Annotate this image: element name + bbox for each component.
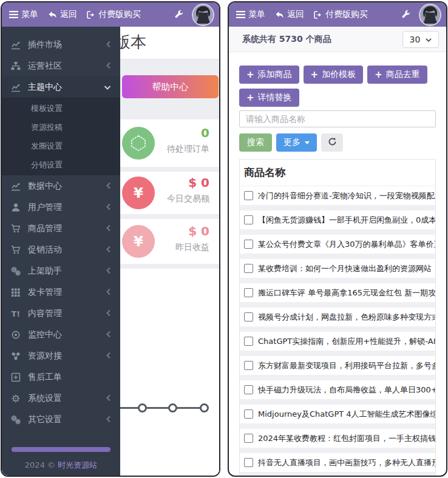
action-button-2[interactable]: +商品去重 bbox=[367, 66, 427, 84]
yen-icon: ¥ bbox=[122, 225, 155, 258]
product-title: 某公众号付费文章《月入30万的暴利单品》客单价三四千 bbox=[258, 239, 435, 250]
menu-button[interactable]: 菜单 bbox=[9, 9, 38, 20]
product-row[interactable]: 搬运口碑车评 单号最高拿165元现金红包 新一期攻略多号 bbox=[240, 283, 435, 302]
stat-label: 今日交易额 bbox=[167, 194, 209, 204]
product-title: 快手磁力升级玩法，自布局撸收益，单人单日300+，个人 bbox=[258, 385, 435, 396]
product-row[interactable]: 某公众号付费文章《月入30万的暴利单品》客单价三四千 bbox=[240, 235, 435, 254]
reply-arrow-icon bbox=[48, 11, 57, 19]
sidebar-subitem-0[interactable]: 模板设置 bbox=[2, 99, 120, 118]
sidebar-item-label: 资源对接 bbox=[26, 351, 106, 362]
paid-version-button[interactable]: 付费版购买 bbox=[314, 9, 368, 20]
row-separator bbox=[240, 472, 435, 477]
data-point-marker[interactable] bbox=[168, 403, 177, 412]
stat-value: 0 bbox=[201, 126, 209, 140]
sidebar-item-2[interactable]: 主题中心 bbox=[2, 76, 120, 98]
sidebar-item-12[interactable]: 售后工单 bbox=[2, 366, 120, 388]
stat-value: $ 0 bbox=[188, 175, 209, 190]
sidebar-item-0[interactable]: 插件市场 bbox=[2, 34, 120, 55]
sidebar-item-3[interactable]: 数据中心 bbox=[2, 175, 120, 197]
table-column-header: 商品名称 bbox=[240, 160, 435, 186]
row-separator bbox=[240, 205, 435, 210]
right-phone-panel: 菜单 返回 付费版购买 系统共有 5730 个商品 30 +添加商品+加价模板+… bbox=[228, 1, 447, 477]
sidebar-item-7[interactable]: 上架助手 bbox=[2, 260, 120, 281]
plus-icon: + bbox=[311, 69, 319, 80]
sidebar-subitem-2[interactable]: 发圈设置 bbox=[2, 136, 120, 155]
sidebar-item-6[interactable]: 促销活动 bbox=[2, 239, 120, 260]
data-point-marker[interactable] bbox=[138, 403, 147, 412]
row-checkbox[interactable] bbox=[244, 240, 253, 249]
product-title: 搬运口碑车评 单号最高拿165元现金红包 新一期攻略多号 bbox=[258, 288, 435, 298]
back-button[interactable]: 返回 bbox=[275, 9, 304, 20]
refresh-button[interactable] bbox=[321, 133, 343, 152]
stat-label: 待处理订单 bbox=[167, 144, 209, 155]
sidebar-item-13[interactable]: 系统设置 bbox=[2, 388, 120, 409]
product-row[interactable]: 2024年某收费教程：红包封面项目，一手主权搞钱模式！ bbox=[240, 429, 435, 448]
row-checkbox[interactable] bbox=[244, 312, 253, 321]
menu-button[interactable]: 菜单 bbox=[236, 9, 265, 20]
product-row[interactable]: Midjourney及ChatGPT 4人工智能生成艺术图像综合指南 bbox=[240, 405, 435, 423]
user-avatar[interactable] bbox=[419, 4, 441, 26]
product-row[interactable]: 视频号分成计划，网盘拉新，色粉原味多种变现方式，两 bbox=[240, 308, 435, 326]
wrench-icon[interactable] bbox=[174, 10, 184, 19]
chevron-left-icon bbox=[106, 351, 111, 361]
action-button-1[interactable]: +加价模板 bbox=[304, 66, 364, 84]
product-row[interactable]: 快手磁力升级玩法，自布局撸收益，单人单日300+，个人 bbox=[240, 380, 435, 399]
more-dropdown-button[interactable]: 更多 bbox=[276, 133, 317, 152]
sidebar-item-1[interactable]: 运营社区 bbox=[2, 55, 120, 76]
search-input[interactable] bbox=[239, 110, 436, 127]
sidebar-item-label: 内容管理 bbox=[26, 308, 106, 319]
sidebar: 插件市场运营社区主题中心模板设置资源投稿发圈设置分销设置数据中心用户管理商品管理… bbox=[2, 27, 120, 476]
sitemap-icon bbox=[11, 61, 26, 71]
search-button[interactable]: 搜索 bbox=[239, 133, 272, 152]
sidebar-item-9[interactable]: T!内容管理 bbox=[2, 303, 120, 324]
page-size-select[interactable]: 30 bbox=[402, 31, 439, 48]
product-row[interactable]: 抖音无人直播项目，画中画新技巧，多种无人直播形式， bbox=[240, 453, 435, 472]
product-row[interactable]: ChatGPT实操指南，创新应用+性能提升，解锁-AI魔力， bbox=[240, 332, 435, 351]
cart-icon bbox=[11, 224, 26, 234]
row-checkbox[interactable] bbox=[244, 191, 253, 200]
sidebar-item-label: 其它设置 bbox=[26, 414, 106, 425]
back-button[interactable]: 返回 bbox=[48, 9, 77, 20]
row-separator bbox=[240, 229, 435, 235]
sidebar-item-8[interactable]: 发卡管理 bbox=[2, 281, 120, 303]
product-row[interactable]: 某收费培训：如何一个月快速做出盈利的资源网站（实打 bbox=[240, 259, 435, 278]
paid-version-button[interactable]: 付费版购买 bbox=[87, 9, 141, 20]
stat-value: $ 0 bbox=[188, 224, 209, 238]
row-checkbox[interactable] bbox=[244, 215, 253, 224]
wrench-icon[interactable] bbox=[401, 10, 411, 19]
chevron-left-icon bbox=[106, 288, 111, 297]
row-checkbox[interactable] bbox=[244, 361, 253, 370]
user-avatar[interactable] bbox=[192, 4, 214, 26]
row-checkbox[interactable] bbox=[244, 337, 253, 346]
sidebar-item-10[interactable]: 监控中心 bbox=[2, 324, 120, 345]
row-checkbox[interactable] bbox=[244, 288, 253, 297]
sidebar-item-label: 插件市场 bbox=[26, 39, 106, 50]
sidebar-subitem-3[interactable]: 分销设置 bbox=[2, 155, 120, 174]
logout-icon bbox=[87, 11, 95, 19]
sidebar-item-14[interactable]: 其它设置 bbox=[2, 409, 120, 430]
sidebar-item-4[interactable]: 用户管理 bbox=[2, 197, 120, 218]
product-title: 东方财富最新变现项目，利用接码平台拉新，多号多撸， bbox=[258, 360, 435, 371]
sidebar-item-5[interactable]: 商品管理 bbox=[2, 218, 120, 239]
help-center-button[interactable]: 帮助中心 bbox=[122, 75, 219, 98]
row-checkbox[interactable] bbox=[244, 434, 253, 443]
product-row[interactable]: 冷门的抖音细分赛道-宠物冷知识，一段宠物视频配上文案 bbox=[240, 186, 435, 205]
sidebar-subitem-1[interactable]: 资源投稿 bbox=[2, 118, 120, 136]
action-button-3[interactable]: +详情替换 bbox=[239, 89, 299, 107]
row-separator bbox=[240, 278, 435, 283]
plus-icon: + bbox=[246, 92, 254, 103]
chevron-left-icon bbox=[106, 245, 111, 255]
product-row[interactable]: 【闲鱼无货源赚钱】一部手机开启闲鱼副业，0成本用信息 bbox=[240, 210, 435, 229]
row-separator bbox=[240, 448, 435, 453]
summary-bar: 系统共有 5730 个商品 30 bbox=[229, 27, 446, 52]
row-checkbox[interactable] bbox=[244, 409, 253, 419]
row-checkbox[interactable] bbox=[244, 458, 253, 467]
action-button-0[interactable]: +添加商品 bbox=[239, 66, 299, 84]
data-point-marker[interactable] bbox=[200, 403, 209, 412]
sidebar-item-11[interactable]: 资源对接 bbox=[2, 345, 120, 366]
product-row[interactable]: 东方财富最新变现项目，利用接码平台拉新，多号多撸， bbox=[240, 356, 435, 375]
grid-icon bbox=[11, 288, 26, 297]
site-link[interactable]: 时光资源站 bbox=[58, 460, 97, 470]
row-checkbox[interactable] bbox=[244, 385, 253, 394]
row-checkbox[interactable] bbox=[244, 264, 253, 273]
